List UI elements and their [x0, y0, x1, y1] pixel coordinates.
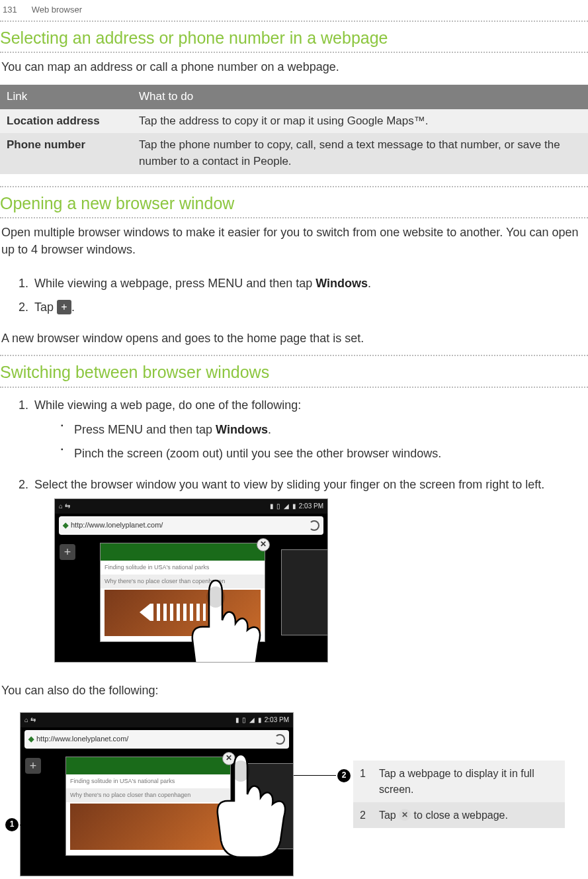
device-screenshot: ⌂ ⇆ ▮ ▯ ◢ ▮ 2:03 PM ◆http://www.lonelypl…: [54, 498, 328, 663]
callout-text: Tap ✕ to close a webpage.: [372, 802, 565, 828]
th-what: What to do: [132, 85, 588, 109]
plus-icon: +: [57, 300, 71, 314]
th-link: Link: [0, 85, 132, 109]
section2-after: A new browser window opens and goes to t…: [0, 324, 588, 355]
step-text: While viewing a web page, do one of the …: [34, 398, 301, 412]
url-text: http://www.lonelyplanet.com/: [36, 735, 128, 743]
status-bar: ⌂ ⇆ ▮ ▯ ◢ ▮ 2:03 PM: [55, 499, 327, 514]
add-tab-area: +: [55, 537, 80, 662]
step-bold: Windows: [315, 277, 368, 290]
callout-num: 2: [353, 802, 372, 828]
screenshot-body: + Finding solitude in USA's national par…: [21, 751, 293, 876]
step-2: Select the browser window you want to vi…: [32, 473, 588, 671]
callout-text: Tap a webpage to display it in full scre…: [372, 761, 565, 802]
sub-list: Press MENU and then tap Windows. Pinch t…: [61, 418, 587, 465]
table-row: Location address Tap the address to copy…: [0, 109, 588, 134]
table-row: Phone number Tap the phone number to cop…: [0, 133, 588, 173]
section-title-1: Selecting an address or phone number in …: [0, 22, 588, 52]
add-tab-area: +: [21, 751, 46, 876]
step-text: While viewing a webpage, press MENU and …: [34, 277, 315, 290]
home-icon: ⌂ ⇆: [24, 716, 36, 725]
status-time: ▮ ▯ ◢ ▮ 2:03 PM: [235, 716, 289, 725]
callout-text-b: to close a webpage.: [411, 810, 508, 821]
steps-list-1: While viewing a webpage, press MENU and …: [32, 271, 588, 319]
sub-text: .: [268, 423, 271, 436]
section2-intro: Open multiple browser windows to make it…: [0, 218, 588, 266]
step-text: Tap: [34, 301, 57, 314]
steps-list-2: While viewing a web page, do one of the …: [32, 393, 588, 671]
cell-link: Phone number: [0, 133, 132, 173]
url-text: http://www.lonelyplanet.com/: [71, 521, 163, 529]
callout-text-a: Tap: [379, 810, 399, 821]
screenshot-body: + Finding solitude in USA's national par…: [55, 537, 327, 662]
status-bar: ⌂ ⇆ ▮ ▯ ◢ ▮ 2:03 PM: [21, 713, 293, 727]
callout-row-2: 2 Tap ✕ to close a webpage.: [353, 802, 565, 828]
cell-link: Location address: [0, 109, 132, 134]
callout-badge-1: 1: [5, 818, 19, 831]
hand-icon: [204, 748, 294, 860]
screenshot-2-wrap: ⌂ ⇆ ▮ ▯ ◢ ▮ 2:03 PM ◆http://www.lonelypl…: [0, 712, 294, 876]
step-1: While viewing a webpage, press MENU and …: [32, 271, 588, 295]
step-text: Select the browser window you want to vi…: [34, 478, 544, 491]
sub-item-2: Pinch the screen (zoom out) until you se…: [61, 441, 587, 465]
step-text: .: [71, 301, 75, 314]
svg-point-1: [231, 761, 250, 782]
callout-table: 1 Tap a webpage to display it in full sc…: [353, 761, 565, 828]
screenshot-1: ⌂ ⇆ ▮ ▯ ◢ ▮ 2:03 PM ◆http://www.lonelypl…: [54, 498, 587, 663]
callout-row-1: 1 Tap a webpage to display it in full sc…: [353, 761, 565, 802]
page-number: 131: [3, 4, 29, 17]
thumb-headline: Finding solitude in USA's national parks: [101, 561, 265, 575]
section-title-3: Switching between browser windows: [0, 356, 588, 386]
reload-icon: [274, 734, 285, 745]
callout-block: ⌂ ⇆ ▮ ▯ ◢ ▮ 2:03 PM ◆http://www.lonelypl…: [0, 712, 588, 876]
step-2: Tap +.: [32, 295, 588, 319]
page-header: 131 Web browser: [0, 0, 588, 21]
cell-what: Tap the address to copy it or map it usi…: [132, 109, 588, 134]
thumbnails-area: Finding solitude in USA's national parks…: [46, 751, 293, 876]
section1-intro: You can map an address or call a phone n…: [0, 53, 588, 83]
callout-num: 1: [353, 761, 372, 802]
reload-icon: [309, 520, 319, 531]
url-bar: ◆http://www.lonelyplanet.com/: [59, 516, 323, 535]
hand-icon: [179, 574, 278, 663]
close-icon: ✕: [257, 538, 270, 551]
plus-icon: +: [60, 544, 75, 560]
device-screenshot: ⌂ ⇆ ▮ ▯ ◢ ▮ 2:03 PM ◆http://www.lonelypl…: [20, 712, 294, 876]
link-table: Link What to do Location address Tap the…: [0, 85, 588, 174]
plus-icon: +: [25, 758, 41, 774]
sub-item-1: Press MENU and then tap Windows.: [61, 418, 587, 441]
thumb-side: [281, 549, 328, 635]
home-icon: ⌂ ⇆: [59, 502, 70, 512]
url-bar: ◆http://www.lonelyplanet.com/: [24, 730, 289, 749]
sub-text: Press MENU and then tap: [74, 423, 216, 436]
section-name: Web browser: [32, 5, 82, 15]
cell-what: Tap the phone number to copy, call, send…: [132, 133, 588, 173]
callout-line-2: [294, 775, 336, 776]
step-1: While viewing a web page, do one of the …: [32, 393, 588, 473]
sub-bold: Windows: [216, 423, 268, 436]
section-title-2: Opening a new browser window: [0, 187, 588, 217]
thumbnails-area: Finding solitude in USA's national parks…: [80, 537, 327, 662]
callout-text-block: 1 Tap a webpage to display it in full sc…: [294, 761, 588, 828]
close-icon: ✕: [399, 809, 411, 821]
divider: [0, 387, 588, 388]
section3-after: You can also do the following:: [0, 676, 588, 707]
status-time: ▮ ▯ ◢ ▮ 2:03 PM: [270, 502, 323, 512]
svg-point-0: [206, 586, 225, 608]
step-text: .: [368, 277, 371, 290]
